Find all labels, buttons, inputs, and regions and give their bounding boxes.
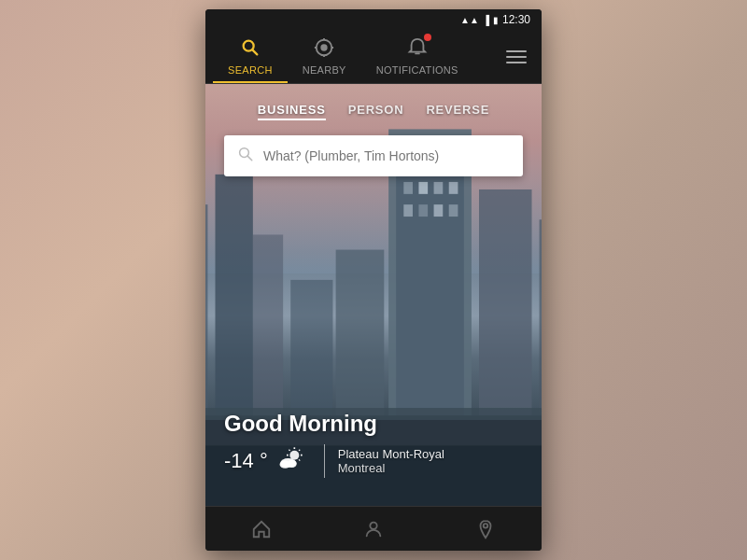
signal-icon: ▐ — [483, 15, 489, 25]
bottom-nav-profile[interactable] — [352, 513, 395, 545]
search-tab-label: Search — [228, 64, 273, 76]
bottom-nav-home[interactable] — [240, 513, 283, 545]
nearby-tab-label: Nearby — [303, 64, 346, 76]
greeting-section: Good Morning -14 ° — [224, 411, 523, 478]
weather-temperature: -14 ° — [224, 447, 311, 475]
status-time: 12:30 — [502, 13, 530, 26]
notification-badge — [424, 34, 431, 41]
svg-line-43 — [289, 450, 289, 451]
tab-nearby[interactable]: Nearby — [288, 30, 361, 83]
category-reverse[interactable]: REVERSE — [426, 103, 489, 120]
category-business[interactable]: BUSINESS — [258, 103, 326, 120]
svg-point-48 — [288, 460, 297, 468]
tab-notifications[interactable]: Notifications — [361, 30, 473, 83]
search-tab-icon — [240, 37, 261, 63]
svg-rect-25 — [449, 204, 458, 217]
weather-location: Plateau Mont-Royal Montreal — [338, 447, 444, 475]
svg-rect-18 — [403, 182, 413, 194]
wifi-icon: ▲▲ — [460, 15, 479, 25]
search-input[interactable] — [263, 148, 510, 163]
bottom-nav-location[interactable] — [464, 513, 507, 545]
hamburger-menu-button[interactable] — [499, 43, 534, 71]
svg-line-37 — [247, 156, 252, 161]
location-neighborhood: Plateau Mont-Royal — [338, 447, 444, 461]
main-content: BUSINESS PERSON REVERSE Good Morning -14… — [205, 84, 542, 506]
hamburger-icon — [506, 50, 527, 63]
status-icons: ▲▲ ▐ ▮ 12:30 — [460, 13, 530, 26]
status-bar: ▲▲ ▐ ▮ 12:30 — [205, 9, 542, 30]
location-city: Montreal — [338, 461, 444, 475]
svg-point-38 — [289, 451, 299, 460]
bottom-nav — [205, 506, 542, 551]
svg-line-1 — [252, 50, 257, 55]
svg-rect-21 — [449, 182, 458, 194]
battery-icon: ▮ — [493, 15, 499, 25]
search-input-icon — [237, 146, 254, 167]
svg-rect-22 — [403, 204, 413, 217]
svg-rect-19 — [418, 182, 428, 194]
search-box[interactable] — [224, 135, 523, 176]
category-person[interactable]: PERSON — [348, 103, 404, 120]
greeting-text: Good Morning — [224, 411, 523, 437]
svg-rect-20 — [434, 182, 444, 194]
weather-divider — [324, 444, 325, 478]
svg-point-49 — [370, 522, 376, 528]
svg-point-50 — [484, 524, 488, 528]
svg-rect-23 — [418, 204, 428, 217]
weather-icon — [277, 447, 305, 475]
tab-search[interactable]: Search — [213, 30, 288, 83]
weather-row: -14 ° — [224, 444, 523, 478]
notifications-tab-icon — [407, 37, 428, 63]
nav-tabs: Search Nearby — [213, 30, 473, 83]
svg-line-45 — [299, 450, 300, 451]
nearby-tab-icon — [314, 37, 334, 63]
top-nav: Search Nearby — [205, 30, 542, 84]
svg-rect-24 — [434, 204, 444, 217]
phone-frame: ▲▲ ▐ ▮ 12:30 Search — [205, 9, 542, 551]
svg-line-44 — [299, 459, 300, 460]
search-categories: BUSINESS PERSON REVERSE — [205, 103, 542, 120]
notifications-tab-label: Notifications — [376, 64, 458, 76]
svg-point-3 — [321, 44, 328, 50]
